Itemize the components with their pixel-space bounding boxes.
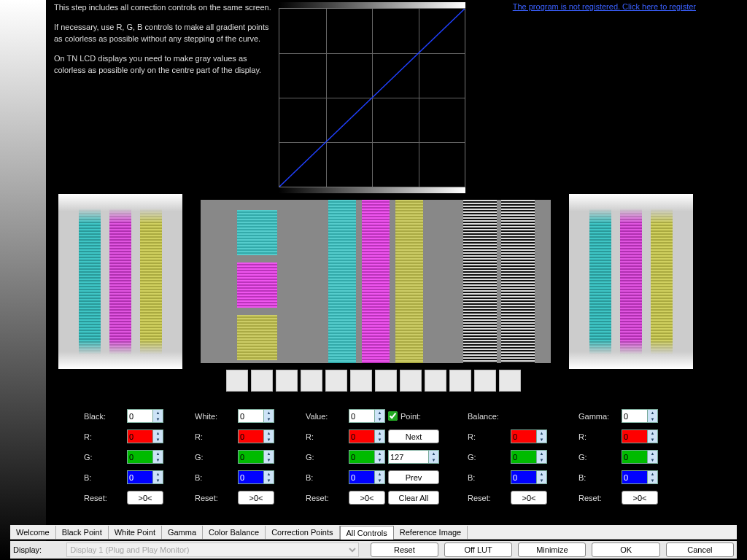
value-r-spinner[interactable]: ▲▼ [349,429,385,443]
swatch[interactable] [499,370,521,392]
instruction-line-2: If necessary, use R, G, B controls to ma… [54,22,273,44]
white-column: White:▲▼ R:▲▼ G:▲▼ B:▲▼ Reset:>0< [195,408,290,505]
clear-all-button[interactable]: Clear All [388,491,439,505]
instructions: This step includes all correction contro… [54,2,273,76]
black-g-spinner[interactable]: ▲▼ [127,450,163,464]
white-reset-button[interactable]: >0< [238,491,274,505]
tab-gamma[interactable]: Gamma [162,526,203,539]
balance-b-spinner[interactable]: ▲▼ [511,470,547,484]
chart-grid[interactable] [279,8,465,187]
point-checkbox[interactable] [388,411,398,421]
minimize-button[interactable]: Minimize [518,542,586,557]
gamma-reset-button[interactable]: >0< [622,491,658,505]
black-spinner[interactable]: ▲▼ [127,409,163,423]
register-link[interactable]: The program is not registered. Click her… [513,2,696,11]
gamma-spinner[interactable]: ▲▼ [622,409,658,423]
black-column: Black:▲▼ R:▲▼ G:▲▼ B:▲▼ Reset:>0< [84,408,179,505]
footer-bar: Display: Display 1 (Plug and Play Monito… [10,541,737,559]
swatch-row [226,370,521,392]
black-b-spinner[interactable]: ▲▼ [127,470,163,484]
swatch[interactable] [474,370,496,392]
chart-bottom-gradient [279,187,465,193]
tab-bar: WelcomeBlack PointWhite PointGammaColor … [10,525,737,540]
black-label: Black: [84,412,124,421]
tab-white-point[interactable]: White Point [109,526,162,539]
display-select[interactable]: Display 1 (Plug and Play Monitor) [66,542,359,557]
point-index-spinner[interactable]: ▲▼ [388,450,439,464]
swatch[interactable] [301,370,322,392]
value-column: Value: ▲▼ Point: R:▲▼Next G:▲▼▲▼ B:▲▼Pre… [306,408,452,505]
cancel-button[interactable]: Cancel [666,542,734,557]
swatch[interactable] [400,370,422,392]
white-g-spinner[interactable]: ▲▼ [238,450,274,464]
swatch[interactable] [425,370,446,392]
value-b-spinner[interactable]: ▲▼ [349,470,385,484]
white-r-spinner[interactable]: ▲▼ [238,429,274,443]
white-spinner[interactable]: ▲▼ [238,409,274,423]
swatch[interactable] [449,370,471,392]
gamma-column: Gamma:▲▼ R:▲▼ G:▲▼ B:▲▼ Reset:>0< [578,408,673,505]
tab-color-balance[interactable]: Color Balance [203,526,266,539]
preview-panel-center [201,200,551,363]
balance-column: Balance: R:▲▼ G:▲▼ B:▲▼ Reset:>0< [468,408,562,505]
left-gray-ramp [0,0,46,560]
preview-panel-right [569,194,693,369]
value-spinner[interactable]: ▲▼ [349,409,385,423]
value-reset-button[interactable]: >0< [349,491,385,505]
swatch[interactable] [375,370,397,392]
gamma-b-spinner[interactable]: ▲▼ [622,470,658,484]
preview-panel-left [58,194,182,369]
instruction-line-1: This step includes all correction contro… [54,2,273,13]
tab-all-controls[interactable]: All Controls [340,526,394,540]
tab-reference-image[interactable]: Reference Image [394,526,468,539]
balance-g-spinner[interactable]: ▲▼ [511,450,547,464]
gamma-g-spinner[interactable]: ▲▼ [622,450,658,464]
black-r-spinner[interactable]: ▲▼ [127,429,163,443]
black-reset-button[interactable]: >0< [127,491,163,505]
display-label: Display: [13,545,61,554]
chart-top-gradient [279,2,465,8]
swatch[interactable] [251,370,273,392]
gamma-curve-chart [279,2,465,193]
swatch[interactable] [350,370,372,392]
balance-reset-button[interactable]: >0< [511,491,547,505]
white-b-spinner[interactable]: ▲▼ [238,470,274,484]
gamma-r-spinner[interactable]: ▲▼ [622,429,658,443]
swatch[interactable] [226,370,248,392]
svg-line-0 [279,9,465,187]
next-button[interactable]: Next [388,429,439,443]
tab-correction-points[interactable]: Correction Points [266,526,339,539]
instruction-line-3: On TN LCD displays you need to make gray… [54,53,273,76]
value-g-spinner[interactable]: ▲▼ [349,450,385,464]
off-lut-button[interactable]: Off LUT [444,542,512,557]
prev-button[interactable]: Prev [388,470,439,484]
swatch[interactable] [325,370,347,392]
reset-button[interactable]: Reset [371,542,438,557]
tab-welcome[interactable]: Welcome [10,526,56,539]
tab-black-point[interactable]: Black Point [56,526,109,539]
ok-button[interactable]: OK [592,542,659,557]
swatch[interactable] [276,370,298,392]
balance-r-spinner[interactable]: ▲▼ [511,429,547,443]
